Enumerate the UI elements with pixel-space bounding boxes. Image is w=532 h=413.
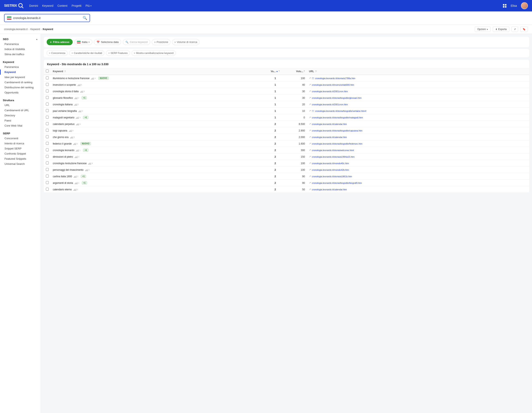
sidebar-item-featured-snippets[interactable]: Featured Snippets bbox=[0, 156, 41, 161]
url-text[interactable]: cronologia.leonardo.it/storia/biografie/… bbox=[312, 143, 362, 145]
grid-apps-icon[interactable] bbox=[503, 4, 507, 8]
kw-chart-icon[interactable]: 3 bbox=[75, 156, 79, 158]
row-checkbox[interactable] bbox=[46, 181, 49, 184]
sidebar-item-universal-search[interactable]: Universal Search bbox=[0, 161, 41, 166]
serp-features-filter-add[interactable]: + SERP Features bbox=[106, 50, 130, 56]
url-text[interactable]: cronologia.leonardo.it/mondo42b.htm bbox=[312, 169, 349, 171]
sidebar-item-cambiamenti-ranking[interactable]: Cambiamenti di ranking bbox=[0, 80, 41, 85]
kw-chart-icon[interactable]: 3 bbox=[74, 175, 78, 178]
country-filter[interactable]: Italia ▾ bbox=[74, 39, 92, 45]
url-text[interactable]: cronologia.leonardo.it/calendar.htm bbox=[312, 188, 347, 191]
nav-domini[interactable]: Domini bbox=[29, 4, 38, 7]
sidebar-item-paesi[interactable]: Paesi bbox=[0, 118, 41, 123]
kw-chart-icon[interactable]: 2 bbox=[74, 103, 79, 106]
row-checkbox[interactable] bbox=[46, 148, 49, 151]
url-text[interactable]: cronologia.leonardo.it/storia/biografie/… bbox=[312, 129, 362, 132]
kw-chart-icon[interactable]: 3 bbox=[70, 136, 75, 138]
mostra-filter-add[interactable]: + Mostra cannibalizzazione keyword bbox=[132, 50, 176, 56]
sidebar-item-idee[interactable]: Idee per keyword bbox=[0, 75, 41, 80]
row-checkbox[interactable] bbox=[46, 188, 49, 191]
va-col-header[interactable]: Va... ▲ ? bbox=[271, 70, 280, 73]
concorrenza-filter-add[interactable]: + Concorrenza bbox=[47, 50, 67, 56]
sidebar-item-visibilita[interactable]: Indice di Visibilità bbox=[0, 47, 41, 52]
bookmark-button[interactable]: 🔖 bbox=[520, 27, 528, 32]
nav-keyword[interactable]: Keyword bbox=[42, 4, 53, 7]
row-checkbox[interactable] bbox=[46, 155, 49, 158]
sidebar-item-confronto[interactable]: Confronto Snippet bbox=[0, 151, 41, 156]
date-filter[interactable]: 📅 Seleziona data bbox=[94, 39, 121, 45]
kw-chart-icon[interactable]: 4 bbox=[76, 123, 81, 125]
sidebar-item-opportunita[interactable]: Opportunità bbox=[0, 90, 41, 95]
kw-chart-icon[interactable]: 4 bbox=[76, 116, 80, 119]
kw-chart-icon[interactable]: 4 bbox=[88, 162, 93, 165]
nav-progetti[interactable]: Progetti bbox=[72, 4, 81, 7]
volume-filter-add[interactable]: + Volume di ricerca bbox=[172, 39, 200, 45]
sidebar-section-seo[interactable]: SEO ▲ bbox=[0, 36, 41, 42]
options-button[interactable]: Opzioni ▾ bbox=[475, 27, 490, 32]
row-checkbox[interactable] bbox=[46, 83, 49, 86]
kw-chart-icon[interactable]: 6 bbox=[85, 169, 90, 171]
url-text[interactable]: cronologia.leonardo.it/storia/a1994a15.h… bbox=[312, 156, 355, 158]
caratteristiche-filter-add[interactable]: + Caratteristiche dei risultati bbox=[69, 50, 104, 56]
filter-adesso-button[interactable]: + Filtra adesso bbox=[47, 39, 73, 45]
sidebar-section-struttura[interactable]: Struttura bbox=[0, 97, 41, 103]
sidebar-item-traffico[interactable]: Stima del traffico bbox=[0, 52, 41, 57]
url-text[interactable]: cronologia.leonardo.it/2001cron.htm bbox=[312, 90, 348, 93]
breadcrumb-keyword-link[interactable]: Keyword bbox=[30, 28, 40, 31]
row-checkbox[interactable] bbox=[46, 122, 49, 125]
kw-chart-icon[interactable]: 4 bbox=[80, 90, 85, 93]
sidebar-item-snippet-serp[interactable]: Snippet SERP bbox=[0, 146, 41, 151]
position-filter-add[interactable]: + Posizione bbox=[152, 39, 171, 45]
search-submit-icon[interactable]: 🔍 bbox=[83, 16, 87, 20]
avatar[interactable] bbox=[521, 2, 528, 9]
row-checkbox[interactable] bbox=[46, 90, 49, 92]
row-checkbox[interactable] bbox=[46, 96, 49, 99]
sidebar-item-concorrenti[interactable]: Concorrenti bbox=[0, 136, 41, 141]
vol-col-header[interactable]: Volu... ? bbox=[296, 70, 305, 73]
row-checkbox[interactable] bbox=[46, 76, 49, 79]
sidebar-item-distribuzione[interactable]: Distribuzione del ranking bbox=[0, 85, 41, 90]
sidebar-item-url[interactable]: URL bbox=[0, 103, 41, 108]
url-text[interactable]: cronologia.leonardo.it/storia/welcome.ht… bbox=[312, 149, 354, 152]
keyword-search-filter[interactable]: 🔍 Cerca keyword bbox=[123, 39, 150, 45]
url-text[interactable]: cronologia.leonardo.it/invenzio/tab000.h… bbox=[312, 84, 354, 86]
url-text[interactable]: cronologia.leonardo.it/storia/biografie/… bbox=[312, 97, 361, 99]
sidebar-item-panoramica-seo[interactable]: Panoramica bbox=[0, 42, 41, 47]
nav-piu[interactable]: Più ▾ bbox=[86, 4, 91, 7]
share-button[interactable]: ↗ bbox=[512, 27, 518, 32]
kw-chart-icon[interactable]: 4 bbox=[69, 129, 74, 132]
kw-chart-icon[interactable]: 1 bbox=[76, 149, 80, 152]
url-text[interactable]: cronologia.leonardo.it/storia/biografie/… bbox=[312, 182, 362, 184]
sidebar-section-serp[interactable]: SERP bbox=[0, 130, 41, 136]
url-text[interactable]: cronologia.leonardo.it/mondo40c.htm bbox=[312, 162, 349, 165]
url-text[interactable]: cronologia.leonardo.it/calendar.htm bbox=[312, 123, 347, 125]
sidebar-section-keyword[interactable]: Keyword bbox=[0, 59, 41, 64]
kw-chart-icon[interactable]: 5 bbox=[73, 143, 78, 145]
row-checkbox[interactable] bbox=[46, 168, 49, 171]
row-checkbox[interactable] bbox=[46, 162, 49, 164]
kw-chart-icon[interactable]: 3 bbox=[75, 97, 79, 99]
url-text[interactable]: cronologia.leonardo.it/storia/a1788a.htm bbox=[315, 77, 355, 80]
row-checkbox[interactable] bbox=[46, 116, 49, 119]
url-text[interactable]: cronologia.leonardo.it/storia/biografie/… bbox=[315, 110, 367, 112]
sidebar-item-core-web-vital[interactable]: Core Web Vital bbox=[0, 123, 41, 128]
logo[interactable]: SISTRIX bbox=[4, 3, 24, 8]
url-text[interactable]: cronologia.leonardo.it/2001cron.htm bbox=[312, 103, 348, 106]
sidebar-item-panoramica-kw[interactable]: Panoramica bbox=[0, 64, 41, 70]
url-text[interactable]: cronologia.leonardo.it/storia/biografie/… bbox=[312, 116, 363, 119]
row-checkbox[interactable] bbox=[46, 142, 49, 145]
row-checkbox[interactable] bbox=[46, 103, 49, 105]
sidebar-item-cambiamenti-url[interactable]: Cambiamenti di URL bbox=[0, 108, 41, 113]
sidebar-item-intento[interactable]: Intento di ricerca bbox=[0, 141, 41, 146]
row-checkbox[interactable] bbox=[46, 174, 49, 177]
sidebar-item-keyword[interactable]: Keyword bbox=[0, 70, 41, 75]
sidebar-item-directory[interactable]: Directory bbox=[0, 113, 41, 118]
row-checkbox[interactable] bbox=[46, 109, 49, 112]
row-checkbox[interactable] bbox=[46, 135, 49, 138]
select-all-checkbox[interactable] bbox=[46, 70, 49, 72]
kw-chart-icon[interactable]: 4 bbox=[78, 110, 83, 112]
nav-content[interactable]: Content bbox=[57, 4, 67, 7]
search-input[interactable] bbox=[13, 16, 81, 20]
kw-chart-icon[interactable]: 4 bbox=[75, 182, 79, 184]
export-button[interactable]: ⬇ Esporta bbox=[493, 27, 509, 32]
